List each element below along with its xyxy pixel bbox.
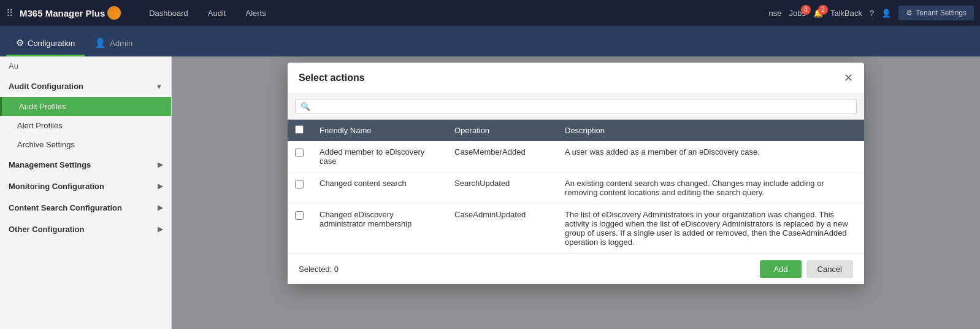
nav-talkback[interactable]: TalkBack xyxy=(830,9,862,18)
help-icon[interactable]: ? xyxy=(870,9,874,18)
sidebar-group-monitoring[interactable]: Monitoring Configuration ▶ xyxy=(0,176,171,197)
chevron-right-icon-4: ▶ xyxy=(158,225,163,233)
search-icon: 🔍 xyxy=(301,102,310,111)
main-area: Au Audit Configuration ▼ Audit Profiles … xyxy=(0,56,980,329)
management-label: Management Settings xyxy=(9,160,91,169)
audit-config-label: Audit Configuration xyxy=(9,82,83,91)
row-name-1: Changed content search xyxy=(312,172,447,204)
row-checkbox-1[interactable] xyxy=(295,180,304,188)
top-bar-left: ⠿ M365 Manager Plus Dashboard Audit Aler… xyxy=(6,2,276,24)
cancel-button[interactable]: Cancel xyxy=(806,260,853,278)
select-all-checkbox[interactable] xyxy=(295,125,304,134)
admin-icon: 👤 xyxy=(94,37,106,48)
modal-header: Select actions ✕ xyxy=(288,63,864,94)
row-description-2: The list of eDiscovery Administrators in… xyxy=(557,204,864,254)
row-description-0: A user was added as a member of an eDisc… xyxy=(557,141,864,172)
top-bar: ⠿ M365 Manager Plus Dashboard Audit Aler… xyxy=(0,0,980,26)
table-row: Added member to eDiscovery case CaseMemb… xyxy=(288,141,864,172)
row-operation-1: SearchUpdated xyxy=(447,172,557,204)
bell-badge: 2 xyxy=(818,5,828,15)
modal-title: Select actions xyxy=(299,72,365,83)
user-avatar-icon[interactable]: 👤 xyxy=(881,9,891,18)
select-actions-modal: Select actions ✕ 🔍 xyxy=(288,63,864,284)
th-checkbox xyxy=(288,120,312,141)
row-name-0: Added member to eDiscovery case xyxy=(312,141,447,172)
chevron-right-icon: ▶ xyxy=(158,161,163,169)
sidebar-group-other[interactable]: Other Configuration ▶ xyxy=(0,219,171,240)
second-bar: ⚙ Configuration 👤 Admin xyxy=(0,26,980,56)
tenant-settings-label: Tenant Settings xyxy=(916,9,967,17)
brand-label: M365 Manager Plus xyxy=(20,8,105,18)
row-checkbox-0[interactable] xyxy=(295,149,304,157)
admin-label: Admin xyxy=(110,39,132,48)
row-checkbox-cell-0 xyxy=(288,141,312,172)
content-area: Select actions ✕ 🔍 xyxy=(172,56,980,329)
nav-alerts[interactable]: Alerts xyxy=(235,2,275,24)
chevron-right-icon-3: ▶ xyxy=(158,204,163,212)
modal-overlay: Select actions ✕ 🔍 xyxy=(172,56,980,329)
sidebar: Au Audit Configuration ▼ Audit Profiles … xyxy=(0,56,172,329)
sidebar-group-audit-config[interactable]: Audit Configuration ▼ xyxy=(0,75,171,97)
row-operation-2: CaseAdminUpdated xyxy=(447,204,557,254)
monitoring-label: Monitoring Configuration xyxy=(9,182,104,191)
grid-icon[interactable]: ⠿ xyxy=(6,7,13,19)
search-box: 🔍 xyxy=(295,99,857,114)
add-button[interactable]: Add xyxy=(760,260,801,278)
row-checkbox-2[interactable] xyxy=(295,211,304,220)
sidebar-item-archive-settings[interactable]: Archive Settings xyxy=(0,135,171,154)
table-row: Changed eDiscovery administrator members… xyxy=(288,204,864,254)
th-operation: Operation xyxy=(447,120,557,141)
config-icon: ⚙ xyxy=(16,37,24,48)
tab-configuration[interactable]: ⚙ Configuration xyxy=(6,31,85,56)
top-bar-right: nse Jobs 8 🔔 2 TalkBack ? 👤 ⚙ Tenant Set… xyxy=(769,6,974,20)
row-name-2: Changed eDiscovery administrator members… xyxy=(312,204,447,254)
th-description: Description xyxy=(557,120,864,141)
sidebar-item-alert-profiles[interactable]: Alert Profiles xyxy=(0,116,171,135)
footer-buttons: Add Cancel xyxy=(760,260,853,278)
sidebar-item-audit-profiles[interactable]: Audit Profiles xyxy=(0,97,171,116)
search-input[interactable] xyxy=(314,102,851,111)
tenant-settings-button[interactable]: ⚙ Tenant Settings xyxy=(898,6,974,20)
table-header-row: Friendly Name Operation Description xyxy=(288,120,864,141)
selected-count-area: Selected: 0 xyxy=(299,265,339,274)
chevron-down-icon: ▼ xyxy=(156,83,163,90)
modal-table: Friendly Name Operation Description Adde… xyxy=(288,120,864,254)
row-checkbox-cell-2 xyxy=(288,204,312,254)
selected-label: Selected: xyxy=(299,265,332,274)
chevron-right-icon-2: ▶ xyxy=(158,182,163,190)
jobs-badge: 8 xyxy=(801,5,811,15)
gear-icon: ⚙ xyxy=(906,9,913,17)
row-checkbox-cell-1 xyxy=(288,172,312,204)
row-description-1: An existing content search was changed. … xyxy=(557,172,864,204)
jobs-badge-wrap[interactable]: Jobs 8 xyxy=(789,9,806,18)
modal-search-area: 🔍 xyxy=(288,94,864,120)
sidebar-group-management[interactable]: Management Settings ▶ xyxy=(0,154,171,176)
row-operation-0: CaseMemberAdded xyxy=(447,141,557,172)
selected-count-value: 0 xyxy=(334,265,339,274)
top-nav: Dashboard Audit Alerts xyxy=(139,2,275,24)
nav-audit[interactable]: Audit xyxy=(198,2,236,24)
content-search-label: Content Search Configuration xyxy=(9,203,122,212)
table-row: Changed content search SearchUpdated An … xyxy=(288,172,864,204)
sidebar-group-content-search[interactable]: Content Search Configuration ▶ xyxy=(0,197,171,219)
nav-dashboard[interactable]: Dashboard xyxy=(139,2,198,24)
brand-logo xyxy=(107,6,121,20)
sidebar-breadcrumb: Au xyxy=(0,56,171,75)
other-config-label: Other Configuration xyxy=(9,225,85,234)
th-friendly-name: Friendly Name xyxy=(312,120,447,141)
nav-nse[interactable]: nse xyxy=(769,9,782,18)
tab-admin[interactable]: 👤 Admin xyxy=(85,31,142,56)
bell-badge-wrap[interactable]: 🔔 2 xyxy=(813,9,823,18)
modal-close-button[interactable]: ✕ xyxy=(844,71,853,85)
brand: M365 Manager Plus xyxy=(20,6,121,20)
config-label: Configuration xyxy=(28,39,75,48)
modal-footer: Selected: 0 Add Cancel xyxy=(288,254,864,284)
